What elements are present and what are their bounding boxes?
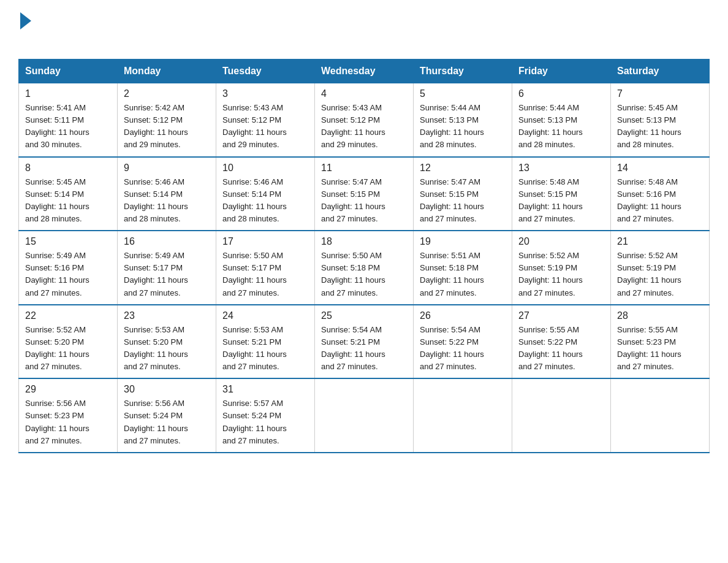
day-number: 22 <box>25 310 111 321</box>
day-number: 17 <box>222 236 308 247</box>
calendar-cell: 9 Sunrise: 5:46 AM Sunset: 5:14 PM Dayli… <box>118 157 216 231</box>
day-info: Sunrise: 5:41 AM Sunset: 5:11 PM Dayligh… <box>25 102 111 151</box>
calendar-cell: 22 Sunrise: 5:52 AM Sunset: 5:20 PM Dayl… <box>19 305 118 379</box>
calendar-cell: 16 Sunrise: 5:49 AM Sunset: 5:17 PM Dayl… <box>118 231 216 305</box>
calendar-cell: 26 Sunrise: 5:54 AM Sunset: 5:22 PM Dayl… <box>414 305 512 379</box>
day-number: 15 <box>25 236 111 247</box>
day-info: Sunrise: 5:47 AM Sunset: 5:15 PM Dayligh… <box>420 176 506 226</box>
calendar-table: SundayMondayTuesdayWednesdayThursdayFrid… <box>18 59 710 453</box>
calendar-cell: 25 Sunrise: 5:54 AM Sunset: 5:21 PM Dayl… <box>315 305 414 379</box>
day-info: Sunrise: 5:52 AM Sunset: 5:19 PM Dayligh… <box>518 250 604 299</box>
weekday-header-friday: Friday <box>512 59 611 83</box>
day-number: 6 <box>518 88 604 99</box>
day-number: 5 <box>420 88 506 99</box>
page-header <box>18 12 710 48</box>
calendar-cell: 10 Sunrise: 5:46 AM Sunset: 5:14 PM Dayl… <box>216 157 315 231</box>
day-number: 2 <box>124 88 210 99</box>
day-info: Sunrise: 5:55 AM Sunset: 5:23 PM Dayligh… <box>617 324 703 373</box>
logo-arrow-icon <box>20 12 31 29</box>
calendar-cell: 15 Sunrise: 5:49 AM Sunset: 5:16 PM Dayl… <box>19 231 118 305</box>
day-number: 16 <box>124 236 210 247</box>
day-number: 13 <box>518 163 604 174</box>
day-number: 31 <box>222 384 308 395</box>
day-number: 7 <box>617 88 703 99</box>
day-info: Sunrise: 5:45 AM Sunset: 5:14 PM Dayligh… <box>25 176 111 226</box>
calendar-cell: 29 Sunrise: 5:56 AM Sunset: 5:23 PM Dayl… <box>19 378 118 453</box>
calendar-cell: 31 Sunrise: 5:57 AM Sunset: 5:24 PM Dayl… <box>216 378 315 453</box>
calendar-week-row: 8 Sunrise: 5:45 AM Sunset: 5:14 PM Dayli… <box>19 157 710 231</box>
calendar-cell <box>512 378 611 453</box>
day-number: 10 <box>222 163 308 174</box>
calendar-cell: 23 Sunrise: 5:53 AM Sunset: 5:20 PM Dayl… <box>118 305 216 379</box>
day-info: Sunrise: 5:42 AM Sunset: 5:12 PM Dayligh… <box>124 102 210 151</box>
calendar-cell: 24 Sunrise: 5:53 AM Sunset: 5:21 PM Dayl… <box>216 305 315 379</box>
calendar-week-row: 29 Sunrise: 5:56 AM Sunset: 5:23 PM Dayl… <box>19 378 710 453</box>
day-number: 12 <box>420 163 506 174</box>
calendar-week-row: 15 Sunrise: 5:49 AM Sunset: 5:16 PM Dayl… <box>19 231 710 305</box>
calendar-cell: 5 Sunrise: 5:44 AM Sunset: 5:13 PM Dayli… <box>414 83 512 157</box>
day-info: Sunrise: 5:43 AM Sunset: 5:12 PM Dayligh… <box>222 102 308 151</box>
day-number: 29 <box>25 384 111 395</box>
day-info: Sunrise: 5:53 AM Sunset: 5:21 PM Dayligh… <box>222 324 308 373</box>
day-info: Sunrise: 5:50 AM Sunset: 5:17 PM Dayligh… <box>222 250 308 299</box>
calendar-cell <box>414 378 512 453</box>
day-info: Sunrise: 5:44 AM Sunset: 5:13 PM Dayligh… <box>420 102 506 151</box>
calendar-cell: 3 Sunrise: 5:43 AM Sunset: 5:12 PM Dayli… <box>216 83 315 157</box>
calendar-cell: 1 Sunrise: 5:41 AM Sunset: 5:11 PM Dayli… <box>19 83 118 157</box>
calendar-cell <box>315 378 414 453</box>
day-info: Sunrise: 5:49 AM Sunset: 5:17 PM Dayligh… <box>124 250 210 299</box>
calendar-cell: 28 Sunrise: 5:55 AM Sunset: 5:23 PM Dayl… <box>611 305 710 379</box>
day-number: 1 <box>25 88 111 99</box>
day-info: Sunrise: 5:49 AM Sunset: 5:16 PM Dayligh… <box>25 250 111 299</box>
weekday-header-monday: Monday <box>118 59 216 83</box>
weekday-header-wednesday: Wednesday <box>315 59 414 83</box>
day-info: Sunrise: 5:43 AM Sunset: 5:12 PM Dayligh… <box>321 102 407 151</box>
weekday-header-sunday: Sunday <box>19 59 118 83</box>
calendar-cell: 6 Sunrise: 5:44 AM Sunset: 5:13 PM Dayli… <box>512 83 611 157</box>
day-number: 18 <box>321 236 407 247</box>
day-number: 3 <box>222 88 308 99</box>
calendar-cell: 14 Sunrise: 5:48 AM Sunset: 5:16 PM Dayl… <box>611 157 710 231</box>
day-number: 25 <box>321 310 407 321</box>
calendar-cell: 2 Sunrise: 5:42 AM Sunset: 5:12 PM Dayli… <box>118 83 216 157</box>
day-info: Sunrise: 5:54 AM Sunset: 5:22 PM Dayligh… <box>420 324 506 373</box>
weekday-header-tuesday: Tuesday <box>216 59 315 83</box>
calendar-cell <box>611 378 710 453</box>
calendar-cell: 13 Sunrise: 5:48 AM Sunset: 5:15 PM Dayl… <box>512 157 611 231</box>
weekday-header-row: SundayMondayTuesdayWednesdayThursdayFrid… <box>19 59 710 83</box>
day-info: Sunrise: 5:52 AM Sunset: 5:20 PM Dayligh… <box>25 324 111 373</box>
day-number: 4 <box>321 88 407 99</box>
day-number: 27 <box>518 310 604 321</box>
day-info: Sunrise: 5:48 AM Sunset: 5:16 PM Dayligh… <box>617 176 703 226</box>
day-number: 9 <box>124 163 210 174</box>
weekday-header-saturday: Saturday <box>611 59 710 83</box>
calendar-cell: 8 Sunrise: 5:45 AM Sunset: 5:14 PM Dayli… <box>19 157 118 231</box>
calendar-cell: 11 Sunrise: 5:47 AM Sunset: 5:15 PM Dayl… <box>315 157 414 231</box>
calendar-cell: 17 Sunrise: 5:50 AM Sunset: 5:17 PM Dayl… <box>216 231 315 305</box>
day-info: Sunrise: 5:56 AM Sunset: 5:23 PM Dayligh… <box>25 397 111 447</box>
calendar-cell: 20 Sunrise: 5:52 AM Sunset: 5:19 PM Dayl… <box>512 231 611 305</box>
calendar-cell: 21 Sunrise: 5:52 AM Sunset: 5:19 PM Dayl… <box>611 231 710 305</box>
logo <box>18 12 31 48</box>
day-number: 19 <box>420 236 506 247</box>
calendar-cell: 27 Sunrise: 5:55 AM Sunset: 5:22 PM Dayl… <box>512 305 611 379</box>
day-info: Sunrise: 5:56 AM Sunset: 5:24 PM Dayligh… <box>124 397 210 447</box>
day-info: Sunrise: 5:51 AM Sunset: 5:18 PM Dayligh… <box>420 250 506 299</box>
day-info: Sunrise: 5:46 AM Sunset: 5:14 PM Dayligh… <box>222 176 308 226</box>
day-number: 28 <box>617 310 703 321</box>
day-info: Sunrise: 5:48 AM Sunset: 5:15 PM Dayligh… <box>518 176 604 226</box>
day-number: 14 <box>617 163 703 174</box>
calendar-cell: 19 Sunrise: 5:51 AM Sunset: 5:18 PM Dayl… <box>414 231 512 305</box>
day-info: Sunrise: 5:44 AM Sunset: 5:13 PM Dayligh… <box>518 102 604 151</box>
day-info: Sunrise: 5:54 AM Sunset: 5:21 PM Dayligh… <box>321 324 407 373</box>
day-info: Sunrise: 5:53 AM Sunset: 5:20 PM Dayligh… <box>124 324 210 373</box>
weekday-header-thursday: Thursday <box>414 59 512 83</box>
day-number: 20 <box>518 236 604 247</box>
day-info: Sunrise: 5:47 AM Sunset: 5:15 PM Dayligh… <box>321 176 407 226</box>
day-number: 8 <box>25 163 111 174</box>
day-number: 23 <box>124 310 210 321</box>
day-number: 24 <box>222 310 308 321</box>
day-info: Sunrise: 5:45 AM Sunset: 5:13 PM Dayligh… <box>617 102 703 151</box>
day-info: Sunrise: 5:55 AM Sunset: 5:22 PM Dayligh… <box>518 324 604 373</box>
day-number: 21 <box>617 236 703 247</box>
